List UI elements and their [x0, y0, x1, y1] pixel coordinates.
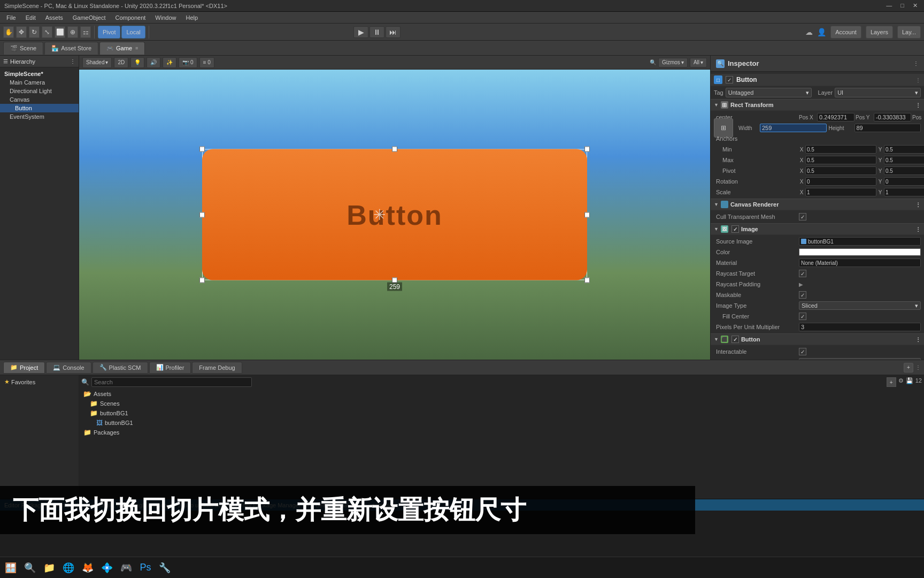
local-button[interactable]: Local — [121, 26, 145, 39]
layout-button[interactable]: Lay... — [897, 26, 921, 39]
handle-mid-left[interactable] — [199, 212, 205, 217]
shaded-dropdown[interactable]: Shaded ▾ — [82, 57, 112, 68]
maximize-btn[interactable]: □ — [898, 2, 906, 9]
hier-item-dirlight[interactable]: Directional Light — [0, 87, 79, 95]
assets-search-input[interactable] — [91, 377, 252, 387]
account-button[interactable]: Account — [830, 26, 861, 39]
button-active-checkbox[interactable] — [726, 76, 733, 83]
menu-file[interactable]: File — [2, 13, 20, 22]
menu-window[interactable]: Window — [151, 13, 180, 22]
button-rect[interactable]: ✳ Button — [202, 149, 587, 280]
hier-item-maincamera[interactable]: Main Camera — [0, 78, 79, 87]
hierarchy-options[interactable]: ⋮ — [70, 58, 75, 64]
assets-settings[interactable]: ⚙ — [898, 377, 904, 387]
pivot-y-input[interactable] — [884, 166, 924, 175]
favorites-header-item[interactable]: ★ Favorites — [2, 377, 76, 386]
raycast-target-checkbox[interactable] — [799, 270, 806, 277]
toolbar-move[interactable]: ✥ — [16, 26, 27, 38]
scale-x-input[interactable] — [805, 188, 876, 196]
hierarchy-menu-icon[interactable]: ☰ — [3, 58, 8, 64]
posx-field[interactable] — [817, 113, 854, 121]
tab-frame-debug[interactable]: Frame Debug — [192, 362, 242, 374]
bottom-panel-menu[interactable]: ⋮ — [915, 364, 921, 370]
button-comp-menu[interactable]: ⋮ — [915, 337, 921, 343]
pivot-button[interactable]: Pivot — [98, 26, 120, 39]
tab-project[interactable]: 📁 Project — [3, 362, 45, 374]
cloud-icon[interactable]: ☁ — [805, 28, 813, 36]
step-button[interactable]: ⏭ — [386, 26, 401, 38]
scene-camera-btn[interactable]: 📷 0 — [179, 57, 197, 68]
raycast-padding-expand[interactable]: ▶ — [799, 282, 803, 287]
pause-button[interactable]: ⏸ — [369, 26, 384, 38]
handle-bottom-right[interactable] — [584, 278, 590, 283]
toolbar-rect[interactable]: ⬜ — [55, 26, 65, 38]
tab-profiler[interactable]: 📊 Profiler — [149, 362, 191, 374]
pivot-x-input[interactable] — [805, 166, 876, 175]
taskbar-vs[interactable]: 💠 — [98, 559, 116, 576]
height-field[interactable] — [854, 124, 921, 132]
min-x-input[interactable] — [805, 145, 876, 154]
scene-misc[interactable]: ≡ 0 — [199, 57, 214, 68]
handle-top-left[interactable] — [199, 147, 205, 152]
tab-game[interactable]: 🎮 Game ≡ — [99, 42, 145, 55]
buttonbg1-asset-item[interactable]: 🖼 buttonBG1 — [81, 418, 922, 428]
taskbar-windows[interactable]: 🪟 — [2, 559, 19, 576]
menu-component[interactable]: Component — [111, 13, 150, 22]
interactable-checkbox[interactable] — [799, 348, 806, 355]
button-comp-checkbox[interactable] — [732, 336, 739, 343]
menu-edit[interactable]: Edit — [21, 13, 40, 22]
image-color-swatch[interactable] — [799, 248, 921, 256]
toolbar-hand[interactable]: ✋ — [3, 26, 14, 38]
canvas-renderer-menu[interactable]: ⋮ — [915, 202, 921, 208]
handle-bottom-left[interactable] — [199, 278, 205, 283]
layer-dropdown[interactable]: UI ▾ — [835, 88, 921, 97]
inspector-options[interactable]: ⋮ — [913, 60, 919, 66]
toolbar-custom[interactable]: ⚏ — [80, 26, 91, 38]
posy-field[interactable] — [874, 113, 911, 121]
source-image-field[interactable]: buttonBG1 — [799, 237, 921, 246]
scenes-item[interactable]: 📁 Scenes — [81, 399, 922, 408]
taskbar-unity[interactable]: 🎮 — [118, 559, 135, 576]
close-btn[interactable]: ✕ — [911, 2, 920, 9]
menu-gameobject[interactable]: GameObject — [68, 13, 110, 22]
2d-button[interactable]: 2D — [114, 57, 128, 68]
assets-new-btn[interactable]: + — [887, 377, 896, 387]
scale-y-input[interactable] — [884, 188, 924, 196]
fx-toggle[interactable]: ✨ — [163, 57, 176, 68]
max-x-input[interactable] — [805, 156, 876, 164]
add-bottom-panel[interactable]: + — [904, 363, 913, 372]
taskbar-photoshop[interactable]: Ps — [137, 559, 154, 576]
width-field[interactable] — [760, 124, 827, 132]
gizmos-button[interactable]: Gizmos ▾ — [658, 58, 688, 67]
play-button[interactable]: ▶ — [353, 26, 368, 38]
pixels-per-unit-field[interactable] — [799, 323, 921, 331]
image-active-checkbox[interactable] — [732, 225, 739, 233]
handle-top-mid[interactable] — [392, 147, 397, 152]
taskbar-firefox[interactable]: 🦊 — [79, 559, 96, 576]
image-menu[interactable]: ⋮ — [915, 226, 921, 232]
scene-viewport[interactable]: ✳ Button 259 — [79, 70, 710, 360]
transition-dropdown[interactable]: Color Tint ▾ — [799, 358, 921, 360]
audio-toggle[interactable]: 🔊 — [147, 57, 160, 68]
image-type-dropdown[interactable]: Sliced ▾ — [799, 301, 921, 310]
game-tab-menu[interactable]: ≡ — [135, 45, 138, 51]
layers-button[interactable]: Layers — [866, 26, 893, 39]
assets-root-item[interactable]: 📂 Assets — [81, 389, 922, 399]
material-field[interactable]: None (Material) — [799, 258, 921, 267]
minimize-btn[interactable]: — — [884, 2, 894, 9]
menu-help[interactable]: Help — [181, 13, 202, 22]
light-toggle[interactable]: 💡 — [130, 57, 144, 68]
rect-transform-menu[interactable]: ⋮ — [915, 102, 921, 108]
rect-transform-header[interactable]: ▼ ⊞ Rect Transform ⋮ — [711, 99, 924, 111]
buttonbg1-folder-item[interactable]: 📁 buttonBG1 — [81, 408, 922, 418]
menu-assets[interactable]: Assets — [41, 13, 67, 22]
tab-plastic-scm[interactable]: 🔧 Plastic SCM — [93, 362, 148, 374]
hier-item-canvas[interactable]: Canvas — [0, 95, 79, 104]
tag-dropdown[interactable]: Untagged ▾ — [726, 88, 812, 97]
taskbar-extra[interactable]: 🔧 — [156, 559, 173, 576]
maskable-checkbox[interactable] — [799, 291, 806, 299]
tab-asset-store[interactable]: 🏪 Asset Store — [44, 42, 98, 55]
taskbar-explorer[interactable]: 📁 — [41, 559, 58, 576]
assets-save[interactable]: 💾 — [906, 377, 913, 387]
all-button[interactable]: All ▾ — [690, 58, 707, 67]
